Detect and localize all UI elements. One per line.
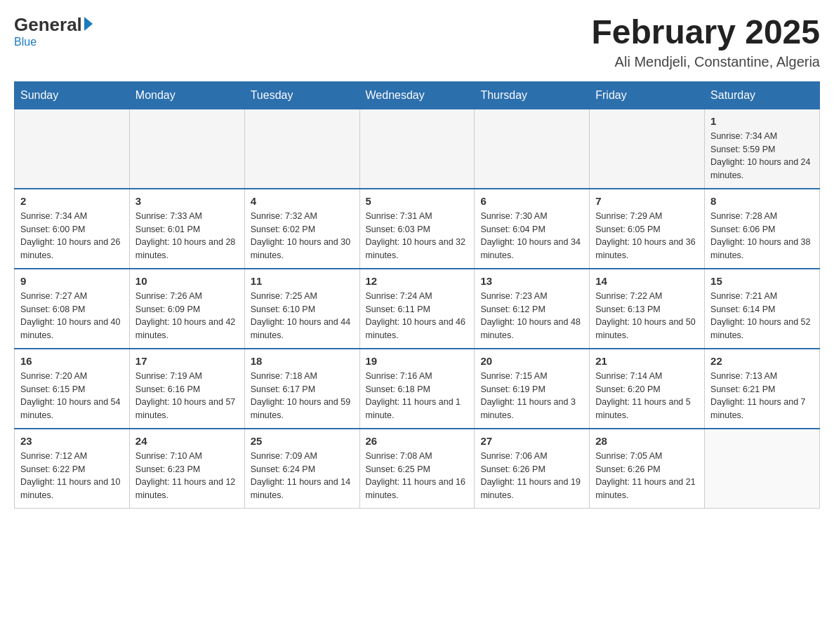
calendar-cell — [244, 109, 359, 189]
logo-general-text: General — [14, 14, 82, 36]
day-info: Sunrise: 7:08 AMSunset: 6:25 PMDaylight:… — [366, 450, 469, 502]
calendar-cell: 18Sunrise: 7:18 AMSunset: 6:17 PMDayligh… — [244, 349, 359, 429]
day-info: Sunrise: 7:20 AMSunset: 6:15 PMDaylight:… — [20, 370, 124, 422]
calendar-cell: 21Sunrise: 7:14 AMSunset: 6:20 PMDayligh… — [590, 349, 705, 429]
day-info: Sunrise: 7:23 AMSunset: 6:12 PMDaylight:… — [480, 290, 583, 342]
week-row-5: 23Sunrise: 7:12 AMSunset: 6:22 PMDayligh… — [15, 429, 820, 509]
page-header: General Blue February 2025 Ali Mendjeli,… — [14, 14, 820, 70]
weekday-header-saturday: Saturday — [705, 81, 820, 109]
calendar-cell: 13Sunrise: 7:23 AMSunset: 6:12 PMDayligh… — [475, 269, 590, 349]
day-info: Sunrise: 7:28 AMSunset: 6:06 PMDaylight:… — [710, 210, 814, 262]
calendar-cell: 27Sunrise: 7:06 AMSunset: 6:26 PMDayligh… — [475, 429, 590, 509]
day-number: 12 — [366, 275, 469, 287]
weekday-header-sunday: Sunday — [15, 81, 130, 109]
day-info: Sunrise: 7:22 AMSunset: 6:13 PMDaylight:… — [595, 290, 699, 342]
day-info: Sunrise: 7:24 AMSunset: 6:11 PMDaylight:… — [366, 290, 469, 342]
day-number: 9 — [20, 275, 124, 287]
week-row-4: 16Sunrise: 7:20 AMSunset: 6:15 PMDayligh… — [15, 349, 820, 429]
calendar-cell: 14Sunrise: 7:22 AMSunset: 6:13 PMDayligh… — [590, 269, 705, 349]
calendar-cell: 8Sunrise: 7:28 AMSunset: 6:06 PMDaylight… — [705, 189, 820, 269]
calendar-cell: 7Sunrise: 7:29 AMSunset: 6:05 PMDaylight… — [590, 189, 705, 269]
page-title: February 2025 — [591, 14, 820, 51]
calendar-cell: 19Sunrise: 7:16 AMSunset: 6:18 PMDayligh… — [359, 349, 475, 429]
week-row-1: 1Sunrise: 7:34 AMSunset: 5:59 PMDaylight… — [15, 109, 820, 189]
day-number: 6 — [480, 195, 583, 207]
calendar-cell: 12Sunrise: 7:24 AMSunset: 6:11 PMDayligh… — [359, 269, 475, 349]
day-info: Sunrise: 7:18 AMSunset: 6:17 PMDaylight:… — [251, 370, 354, 422]
calendar-cell: 2Sunrise: 7:34 AMSunset: 6:00 PMDaylight… — [15, 189, 130, 269]
day-number: 25 — [251, 435, 354, 447]
day-number: 15 — [710, 275, 814, 287]
day-number: 8 — [710, 195, 814, 207]
day-number: 13 — [480, 275, 583, 287]
day-info: Sunrise: 7:09 AMSunset: 6:24 PMDaylight:… — [251, 450, 354, 502]
calendar-cell — [129, 109, 244, 189]
day-info: Sunrise: 7:13 AMSunset: 6:21 PMDaylight:… — [710, 370, 814, 422]
day-number: 11 — [251, 275, 354, 287]
day-number: 17 — [135, 355, 239, 367]
day-number: 1 — [710, 115, 814, 127]
day-info: Sunrise: 7:15 AMSunset: 6:19 PMDaylight:… — [480, 370, 583, 422]
subtitle: Ali Mendjeli, Constantine, Algeria — [591, 54, 820, 70]
weekday-header-tuesday: Tuesday — [244, 81, 359, 109]
day-number: 26 — [366, 435, 469, 447]
calendar-cell: 16Sunrise: 7:20 AMSunset: 6:15 PMDayligh… — [15, 349, 130, 429]
day-info: Sunrise: 7:14 AMSunset: 6:20 PMDaylight:… — [595, 370, 699, 422]
calendar-cell — [705, 429, 820, 509]
day-number: 20 — [480, 355, 583, 367]
day-info: Sunrise: 7:21 AMSunset: 6:14 PMDaylight:… — [710, 290, 814, 342]
calendar-cell — [590, 109, 705, 189]
logo: General Blue — [14, 14, 93, 48]
calendar-cell: 10Sunrise: 7:26 AMSunset: 6:09 PMDayligh… — [129, 269, 244, 349]
day-number: 22 — [710, 355, 814, 367]
weekday-header-row: SundayMondayTuesdayWednesdayThursdayFrid… — [15, 81, 820, 109]
day-number: 16 — [20, 355, 124, 367]
day-number: 7 — [595, 195, 699, 207]
day-info: Sunrise: 7:31 AMSunset: 6:03 PMDaylight:… — [366, 210, 469, 262]
day-number: 21 — [595, 355, 699, 367]
day-number: 24 — [135, 435, 239, 447]
title-area: February 2025 Ali Mendjeli, Constantine,… — [591, 14, 820, 70]
day-number: 3 — [135, 195, 239, 207]
day-info: Sunrise: 7:16 AMSunset: 6:18 PMDaylight:… — [366, 370, 469, 422]
day-number: 14 — [595, 275, 699, 287]
calendar-cell — [359, 109, 475, 189]
calendar-cell — [15, 109, 130, 189]
weekday-header-wednesday: Wednesday — [359, 81, 475, 109]
weekday-header-friday: Friday — [590, 81, 705, 109]
day-info: Sunrise: 7:30 AMSunset: 6:04 PMDaylight:… — [480, 210, 583, 262]
day-number: 23 — [20, 435, 124, 447]
day-number: 10 — [135, 275, 239, 287]
logo-arrow-icon — [84, 17, 93, 31]
calendar-cell: 3Sunrise: 7:33 AMSunset: 6:01 PMDaylight… — [129, 189, 244, 269]
day-info: Sunrise: 7:19 AMSunset: 6:16 PMDaylight:… — [135, 370, 239, 422]
calendar-cell: 4Sunrise: 7:32 AMSunset: 6:02 PMDaylight… — [244, 189, 359, 269]
day-info: Sunrise: 7:34 AMSunset: 5:59 PMDaylight:… — [710, 130, 814, 182]
day-number: 28 — [595, 435, 699, 447]
day-info: Sunrise: 7:06 AMSunset: 6:26 PMDaylight:… — [480, 450, 583, 502]
day-number: 27 — [480, 435, 583, 447]
day-number: 18 — [251, 355, 354, 367]
week-row-2: 2Sunrise: 7:34 AMSunset: 6:00 PMDaylight… — [15, 189, 820, 269]
day-info: Sunrise: 7:10 AMSunset: 6:23 PMDaylight:… — [135, 450, 239, 502]
calendar-cell: 25Sunrise: 7:09 AMSunset: 6:24 PMDayligh… — [244, 429, 359, 509]
week-row-3: 9Sunrise: 7:27 AMSunset: 6:08 PMDaylight… — [15, 269, 820, 349]
day-number: 19 — [366, 355, 469, 367]
day-info: Sunrise: 7:12 AMSunset: 6:22 PMDaylight:… — [20, 450, 124, 502]
calendar-cell: 6Sunrise: 7:30 AMSunset: 6:04 PMDaylight… — [475, 189, 590, 269]
weekday-header-thursday: Thursday — [475, 81, 590, 109]
calendar-cell: 9Sunrise: 7:27 AMSunset: 6:08 PMDaylight… — [15, 269, 130, 349]
calendar-cell: 1Sunrise: 7:34 AMSunset: 5:59 PMDaylight… — [705, 109, 820, 189]
day-number: 5 — [366, 195, 469, 207]
calendar-cell: 5Sunrise: 7:31 AMSunset: 6:03 PMDaylight… — [359, 189, 475, 269]
calendar-cell: 23Sunrise: 7:12 AMSunset: 6:22 PMDayligh… — [15, 429, 130, 509]
calendar-cell: 22Sunrise: 7:13 AMSunset: 6:21 PMDayligh… — [705, 349, 820, 429]
day-info: Sunrise: 7:34 AMSunset: 6:00 PMDaylight:… — [20, 210, 124, 262]
logo-blue-text: Blue — [14, 36, 37, 48]
day-info: Sunrise: 7:27 AMSunset: 6:08 PMDaylight:… — [20, 290, 124, 342]
calendar-cell: 15Sunrise: 7:21 AMSunset: 6:14 PMDayligh… — [705, 269, 820, 349]
calendar-cell: 26Sunrise: 7:08 AMSunset: 6:25 PMDayligh… — [359, 429, 475, 509]
day-number: 2 — [20, 195, 124, 207]
day-info: Sunrise: 7:33 AMSunset: 6:01 PMDaylight:… — [135, 210, 239, 262]
calendar-cell: 24Sunrise: 7:10 AMSunset: 6:23 PMDayligh… — [129, 429, 244, 509]
